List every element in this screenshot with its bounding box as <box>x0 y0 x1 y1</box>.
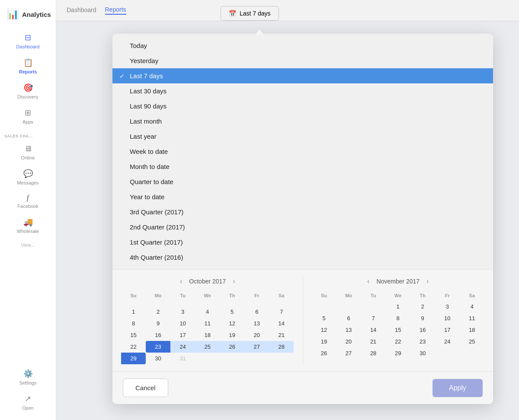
calendar-right-prev[interactable]: ‹ <box>365 277 372 286</box>
rcal-day-7[interactable]: 7 <box>361 312 386 324</box>
preset-last-7-days[interactable]: ✓ Last 7 days <box>112 68 493 83</box>
rcal-day-29[interactable]: 29 <box>386 347 410 359</box>
cal-day-22[interactable]: 22 <box>121 341 146 353</box>
cal-day-14[interactable]: 14 <box>269 318 294 329</box>
rcal-day-11[interactable]: 11 <box>460 312 484 324</box>
preset-today[interactable]: Today <box>112 38 493 53</box>
calendar-left-prev[interactable]: ‹ <box>177 277 185 286</box>
sidebar-item-discovery[interactable]: 🎯 Discovery <box>0 79 56 104</box>
preset-week-to-date[interactable]: Week to date <box>112 144 493 159</box>
cal-day-11[interactable]: 11 <box>195 318 220 329</box>
cal-day-18[interactable]: 18 <box>195 329 220 341</box>
cal-day-7[interactable]: 7 <box>269 306 294 318</box>
sidebar-item-reports[interactable]: 📋 Reports <box>0 54 56 79</box>
rcal-day-30[interactable]: 30 <box>410 347 435 359</box>
preset-last-year[interactable]: Last year <box>112 129 493 144</box>
rcal-day-18[interactable]: 18 <box>460 324 484 336</box>
rcal-day-21[interactable]: 21 <box>361 336 386 347</box>
rcal-day-17[interactable]: 17 <box>435 324 460 336</box>
cancel-button[interactable]: Cancel <box>123 379 168 397</box>
sidebar-item-wholesale[interactable]: 🚚 Wholesale <box>0 213 56 238</box>
rcal-day-28[interactable]: 28 <box>361 347 386 359</box>
cal-day-25[interactable]: 25 <box>195 341 220 353</box>
rcal-day-19[interactable]: 19 <box>312 336 336 347</box>
cal-day[interactable] <box>220 301 244 306</box>
rcal-day-10[interactable]: 10 <box>435 312 460 324</box>
rcal-day-3[interactable]: 3 <box>435 301 460 312</box>
cal-day[interactable] <box>121 301 146 306</box>
rcal-day-27[interactable]: 27 <box>336 347 361 359</box>
cal-day-24[interactable]: 24 <box>170 341 195 353</box>
preset-q4-2016[interactable]: 4th Quarter (2016) <box>112 250 493 265</box>
cal-day-19[interactable]: 19 <box>220 329 244 341</box>
preset-quarter-to-date[interactable]: Quarter to date <box>112 174 493 189</box>
cal-day-9[interactable]: 9 <box>146 318 170 329</box>
rcal-day-15[interactable]: 15 <box>386 324 410 336</box>
rcal-day-20[interactable]: 20 <box>336 336 361 347</box>
cal-day-21[interactable]: 21 <box>269 329 294 341</box>
preset-q2-2017[interactable]: 2nd Quarter (2017) <box>112 220 493 235</box>
sidebar-item-open[interactable]: ↗ Open <box>0 390 56 415</box>
rcal-day-24[interactable]: 24 <box>435 336 460 347</box>
preset-last-30-days[interactable]: Last 30 days <box>112 83 493 99</box>
preset-q3-2017[interactable]: 3rd Quarter (2017) <box>112 204 493 220</box>
preset-yesterday[interactable]: Yesterday <box>112 53 493 68</box>
cal-day-31[interactable]: 31 <box>170 353 195 364</box>
cal-day-2[interactable]: 2 <box>146 306 170 318</box>
sidebar-item-view[interactable]: View... <box>0 238 56 252</box>
sidebar-item-apps[interactable]: ⊞ Apps <box>0 104 56 129</box>
rcal-day-16[interactable]: 16 <box>410 324 435 336</box>
cal-day-30[interactable]: 30 <box>146 353 170 364</box>
cal-day-5[interactable]: 5 <box>220 306 244 318</box>
cal-day-3[interactable]: 3 <box>170 306 195 318</box>
calendar-left-next[interactable]: › <box>230 277 237 286</box>
rcal-day-8[interactable]: 8 <box>386 312 410 324</box>
rcal-day-1[interactable]: 1 <box>386 301 410 312</box>
apply-button[interactable]: Apply <box>432 379 483 397</box>
cal-day-4[interactable]: 4 <box>195 306 220 318</box>
cal-day-20[interactable]: 20 <box>244 329 269 341</box>
cal-day[interactable] <box>269 301 294 306</box>
calendar-right-next[interactable]: › <box>424 277 431 286</box>
cal-day-10[interactable]: 10 <box>170 318 195 329</box>
sidebar-item-facebook[interactable]: f Facebook <box>0 190 56 213</box>
cal-day-1[interactable]: 1 <box>121 306 146 318</box>
cal-day-26[interactable]: 26 <box>220 341 244 353</box>
preset-q1-2017[interactable]: 1st Quarter (2017) <box>112 235 493 250</box>
sidebar-item-messages[interactable]: 💬 Messages <box>0 165 56 190</box>
sidebar-item-settings[interactable]: ⚙️ Settings <box>0 365 56 390</box>
cal-day-23[interactable]: 23 <box>146 341 170 353</box>
sidebar-item-online[interactable]: 🖥 Online <box>0 140 56 165</box>
rcal-day-2[interactable]: 2 <box>410 301 435 312</box>
cal-day-16[interactable]: 16 <box>146 329 170 341</box>
cal-day[interactable] <box>170 301 195 306</box>
cal-day-17[interactable]: 17 <box>170 329 195 341</box>
rcal-day-12[interactable]: 12 <box>312 324 336 336</box>
cal-day[interactable] <box>244 301 269 306</box>
cal-day[interactable] <box>146 301 170 306</box>
rcal-day-14[interactable]: 14 <box>361 324 386 336</box>
sidebar-item-dashboard[interactable]: ⊟ Dashboard <box>0 29 56 54</box>
rcal-day-22[interactable]: 22 <box>386 336 410 347</box>
cal-day-13[interactable]: 13 <box>244 318 269 329</box>
rcal-day-6[interactable]: 6 <box>336 312 361 324</box>
rcal-day-9[interactable]: 9 <box>410 312 435 324</box>
rcal-day-26[interactable]: 26 <box>312 347 336 359</box>
cal-day-8[interactable]: 8 <box>121 318 146 329</box>
cal-day[interactable] <box>195 301 220 306</box>
rcal-day-25[interactable]: 25 <box>460 336 484 347</box>
cal-day-27[interactable]: 27 <box>244 341 269 353</box>
preset-month-to-date[interactable]: Month to date <box>112 159 493 174</box>
cal-day-15[interactable]: 15 <box>121 329 146 341</box>
cal-day-12[interactable]: 12 <box>220 318 244 329</box>
rcal-day-23[interactable]: 23 <box>410 336 435 347</box>
cal-day-6[interactable]: 6 <box>244 306 269 318</box>
cal-day-29[interactable]: 29 <box>121 353 146 364</box>
preset-last-90-days[interactable]: Last 90 days <box>112 99 493 114</box>
cal-day-28[interactable]: 28 <box>269 341 294 353</box>
rcal-day-4[interactable]: 4 <box>460 301 484 312</box>
preset-last-month[interactable]: Last month <box>112 114 493 129</box>
preset-year-to-date[interactable]: Year to date <box>112 189 493 204</box>
rcal-day-5[interactable]: 5 <box>312 312 336 324</box>
rcal-day-13[interactable]: 13 <box>336 324 361 336</box>
